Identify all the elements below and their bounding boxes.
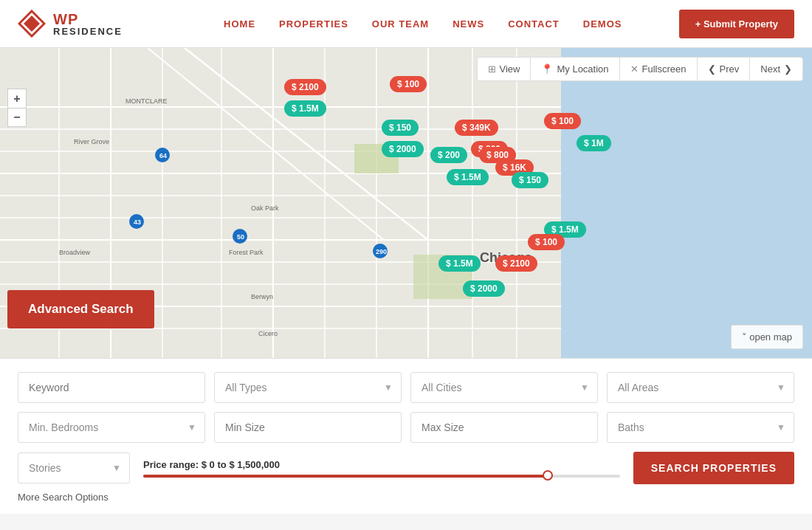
svg-text:50: 50 bbox=[237, 233, 244, 241]
stories-field: Stories12345+ ▼ bbox=[18, 452, 130, 483]
svg-text:43: 43 bbox=[134, 218, 141, 226]
nav-home[interactable]: HOME bbox=[224, 18, 255, 30]
price-range-block: Price range: $ 0 to $ 1,500,000 bbox=[143, 459, 620, 478]
price-to: to bbox=[217, 459, 229, 470]
logo[interactable]: WP RESIDENCE bbox=[18, 10, 123, 38]
map-toolbar: ⊞ View 📍 My Location ✕ Fullscreen ❮ Prev… bbox=[477, 57, 803, 81]
view-icon: ⊞ bbox=[488, 63, 496, 75]
view-label: View bbox=[500, 63, 520, 75]
header: WP RESIDENCE HOME PROPERTIES OUR TEAM NE… bbox=[0, 0, 812, 48]
search-row-1: All TypesHouseApartmentCommercialLand ▼ … bbox=[18, 372, 794, 403]
price-marker-4[interactable]: $ 349K bbox=[455, 120, 498, 136]
svg-text:290: 290 bbox=[376, 248, 387, 255]
price-max: $ 1,500,000 bbox=[229, 459, 280, 470]
stories-select[interactable]: Stories12345+ bbox=[18, 452, 130, 483]
my-location-button[interactable]: 📍 My Location bbox=[531, 58, 619, 80]
type-field: All TypesHouseApartmentCommercialLand ▼ bbox=[214, 372, 402, 403]
price-marker-11[interactable]: $ 1M bbox=[577, 135, 611, 151]
prev-chevron-icon: ❮ bbox=[708, 63, 716, 75]
bedrooms-field: Min. Bedrooms12345+ ▼ bbox=[18, 412, 205, 443]
cities-field: All CitiesChicagoNew YorkLos Angeles ▼ bbox=[410, 372, 598, 403]
search-row-3: Stories12345+ ▼ Price range: $ 0 to $ 1,… bbox=[18, 452, 794, 484]
price-marker-12[interactable]: $ 1.5M bbox=[447, 169, 489, 185]
price-min: $ 0 bbox=[202, 459, 215, 470]
next-button[interactable]: Next ❯ bbox=[750, 58, 802, 80]
advanced-search-button[interactable]: Advanced Search bbox=[7, 290, 154, 328]
price-marker-13[interactable]: $ 150 bbox=[512, 172, 548, 188]
price-marker-7[interactable]: $ 2000 bbox=[382, 141, 424, 157]
price-marker-0[interactable]: $ 2100 bbox=[284, 79, 326, 95]
svg-text:Berwyn: Berwyn bbox=[251, 293, 273, 300]
price-marker-16[interactable]: $ 1.5M bbox=[438, 255, 481, 272]
price-marker-1[interactable]: $ 100 bbox=[390, 76, 427, 92]
main-nav: HOME PROPERTIES OUR TEAM NEWS CONTACT DE… bbox=[167, 18, 679, 30]
bedrooms-select[interactable]: Min. Bedrooms12345+ bbox=[18, 412, 205, 443]
svg-text:Oak Park: Oak Park bbox=[251, 204, 279, 212]
next-chevron-icon: ❯ bbox=[784, 63, 792, 75]
baths-field: Baths12345+ ▼ bbox=[607, 412, 794, 443]
nav-demos[interactable]: DEMOS bbox=[583, 18, 622, 30]
price-marker-2[interactable]: $ 1.5M bbox=[284, 100, 326, 117]
svg-text:Broadview: Broadview bbox=[59, 249, 91, 256]
logo-text: WP RESIDENCE bbox=[53, 12, 123, 36]
nav-properties[interactable]: PROPERTIES bbox=[279, 18, 348, 30]
fullscreen-icon: ✕ bbox=[630, 63, 639, 75]
svg-text:River Grove: River Grove bbox=[74, 138, 109, 145]
svg-text:Forest Park: Forest Park bbox=[229, 249, 264, 256]
prev-button[interactable]: ❮ Prev bbox=[698, 58, 751, 80]
logo-icon bbox=[18, 10, 46, 38]
price-marker-6[interactable]: $ 100 bbox=[544, 113, 581, 129]
price-marker-17[interactable]: $ 2100 bbox=[495, 255, 537, 272]
search-properties-button[interactable]: SEARCH PROPERTIES bbox=[633, 452, 794, 484]
svg-text:MONTCLARE: MONTCLARE bbox=[125, 97, 168, 105]
price-marker-18[interactable]: $ 2000 bbox=[463, 281, 505, 297]
type-select[interactable]: All TypesHouseApartmentCommercialLand bbox=[214, 372, 402, 403]
logo-wp-text: WP bbox=[53, 12, 123, 27]
keyword-input[interactable] bbox=[18, 372, 205, 403]
max-size-field bbox=[410, 412, 598, 443]
price-slider-fill bbox=[143, 475, 548, 478]
view-button[interactable]: ⊞ View bbox=[478, 58, 531, 80]
nav-contact[interactable]: CONTACT bbox=[508, 18, 560, 30]
cities-select[interactable]: All CitiesChicagoNew YorkLos Angeles bbox=[410, 372, 598, 403]
baths-select[interactable]: Baths12345+ bbox=[607, 412, 794, 443]
map-container: Chicago Oak Park Forest Park Berwyn Cice… bbox=[0, 48, 812, 358]
min-size-input[interactable] bbox=[214, 412, 402, 443]
zoom-controls: + − bbox=[7, 89, 27, 127]
areas-select[interactable]: All AreasNorth SideSouth SideWest Side bbox=[607, 372, 794, 403]
nav-news[interactable]: NEWS bbox=[453, 18, 484, 30]
zoom-out-button[interactable]: − bbox=[7, 108, 27, 127]
areas-field: All AreasNorth SideSouth SideWest Side ▼ bbox=[607, 372, 794, 403]
svg-text:64: 64 bbox=[159, 152, 167, 159]
search-panel: All TypesHouseApartmentCommercialLand ▼ … bbox=[0, 358, 812, 514]
price-slider-thumb[interactable] bbox=[543, 470, 553, 481]
price-marker-3[interactable]: $ 150 bbox=[382, 120, 419, 136]
open-map-button[interactable]: ˅ open map bbox=[731, 325, 803, 349]
fullscreen-label: Fullscreen bbox=[642, 63, 687, 75]
my-location-label: My Location bbox=[557, 63, 608, 75]
keyword-field bbox=[18, 372, 205, 403]
svg-rect-2 bbox=[554, 48, 812, 358]
price-slider[interactable] bbox=[143, 475, 620, 478]
submit-property-button[interactable]: + Submit Property bbox=[679, 10, 794, 38]
fullscreen-button[interactable]: ✕ Fullscreen bbox=[620, 58, 698, 80]
more-search-options-link[interactable]: More Search Options bbox=[18, 492, 109, 503]
location-icon: 📍 bbox=[541, 63, 553, 75]
nav-our-team[interactable]: OUR TEAM bbox=[372, 18, 429, 30]
next-label: Next bbox=[760, 63, 780, 75]
max-size-input[interactable] bbox=[410, 412, 598, 443]
price-range-text: Price range: bbox=[143, 459, 199, 470]
zoom-in-button[interactable]: + bbox=[7, 89, 27, 108]
svg-text:Cicero: Cicero bbox=[258, 330, 278, 337]
price-range-label: Price range: $ 0 to $ 1,500,000 bbox=[143, 459, 620, 470]
logo-residence-text: RESIDENCE bbox=[53, 27, 123, 36]
price-marker-15[interactable]: $ 100 bbox=[528, 234, 565, 250]
search-row-2: Min. Bedrooms12345+ ▼ Baths12345+ ▼ bbox=[18, 412, 794, 443]
prev-label: Prev bbox=[720, 63, 740, 75]
min-size-field bbox=[214, 412, 402, 443]
price-marker-8[interactable]: $ 200 bbox=[430, 147, 467, 163]
